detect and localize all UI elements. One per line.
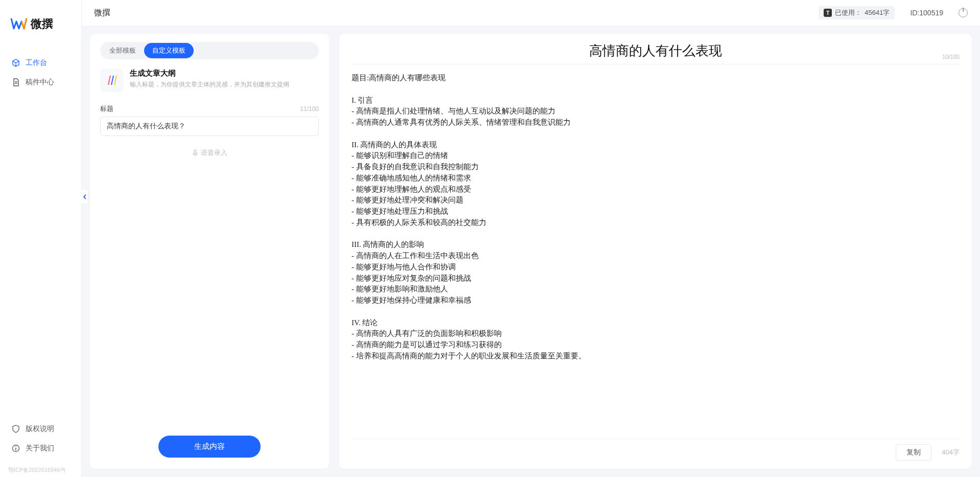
field-counter: 11/100 [300,105,319,112]
tab-all-templates[interactable]: 全部模板 [101,43,144,58]
cube-icon [11,58,20,67]
template-tabs: 全部模板 自定义模板 [100,42,319,59]
divider [352,64,960,64]
output-title[interactable]: 高情商的人有什么表现 [352,42,960,60]
sidebar-item-copyright[interactable]: 版权说明 [5,419,76,439]
template-card[interactable]: 生成文章大纲 输入标题，为你提供文章主体的灵感，并为其创建推文提纲 [100,69,319,92]
field-label: 标题 [100,104,113,113]
sidebar-collapse-button[interactable] [81,189,88,205]
sidebar-item-label: 版权说明 [26,424,54,434]
text-icon: T [824,9,832,17]
power-button[interactable] [959,8,968,17]
icp-text: 鄂ICP备2022016946号 [0,463,81,477]
svg-rect-3 [194,150,196,153]
logo-text: 微撰 [31,16,53,32]
sidebar-item-label: 稿件中心 [26,78,54,87]
template-description: 输入标题，为你提供文章主体的灵感，并为其创建推文提纲 [130,80,289,89]
generate-button[interactable]: 生成内容 [158,436,261,458]
usage-value: 45641字 [865,8,890,17]
output-char-count: 404字 [942,448,960,457]
output-body[interactable]: 题目:高情商的人有哪些表现 I. 引言 - 高情商是指人们处理情绪、与他人互动以… [352,73,960,439]
sidebar-item-drafts[interactable]: 稿件中心 [5,73,76,92]
usage-badge[interactable]: T 已使用： 45641字 [819,6,895,19]
tab-custom-templates[interactable]: 自定义模板 [144,43,194,58]
sidebar-item-label: 工作台 [26,58,47,67]
topbar: 微撰 T 已使用： 45641字 ID:100519 [82,0,980,26]
sidebar-item-workbench[interactable]: 工作台 [5,53,76,73]
logo-icon [10,15,28,33]
sidebar-item-about[interactable]: 关于我们 [5,439,76,458]
user-id: ID:100519 [910,9,943,17]
microphone-icon [192,149,199,156]
template-title: 生成文章大纲 [130,69,289,78]
sidebar: 微撰 工作台 稿件中心 版权说明 [0,0,82,477]
sidebar-nav: 工作台 稿件中心 [0,53,81,419]
svg-point-2 [15,446,16,447]
sidebar-item-label: 关于我们 [26,444,54,453]
info-icon [11,444,20,453]
output-title-counter: 10/100 [942,54,960,60]
logo[interactable]: 微撰 [0,15,81,53]
document-icon [11,78,20,87]
output-panel: 高情商的人有什么表现 10/100 题目:高情商的人有哪些表现 I. 引言 - … [339,34,972,469]
page-title: 微撰 [94,8,110,18]
voice-input-label: 语音录入 [201,148,227,157]
output-footer: 复制 404字 [352,439,960,461]
usage-prefix: 已使用： [835,8,861,17]
input-panel: 全部模板 自定义模板 生成文章大纲 输入标题，为你提供文章主体的灵感，并为其创建… [90,34,329,469]
chevron-left-icon [83,194,87,199]
voice-input-button[interactable]: 语音录入 [100,148,319,157]
template-icon [100,69,124,92]
sidebar-bottom: 版权说明 关于我们 [0,419,81,463]
title-input[interactable] [100,117,319,136]
copy-button[interactable]: 复制 [896,444,931,461]
shield-icon [11,424,20,434]
